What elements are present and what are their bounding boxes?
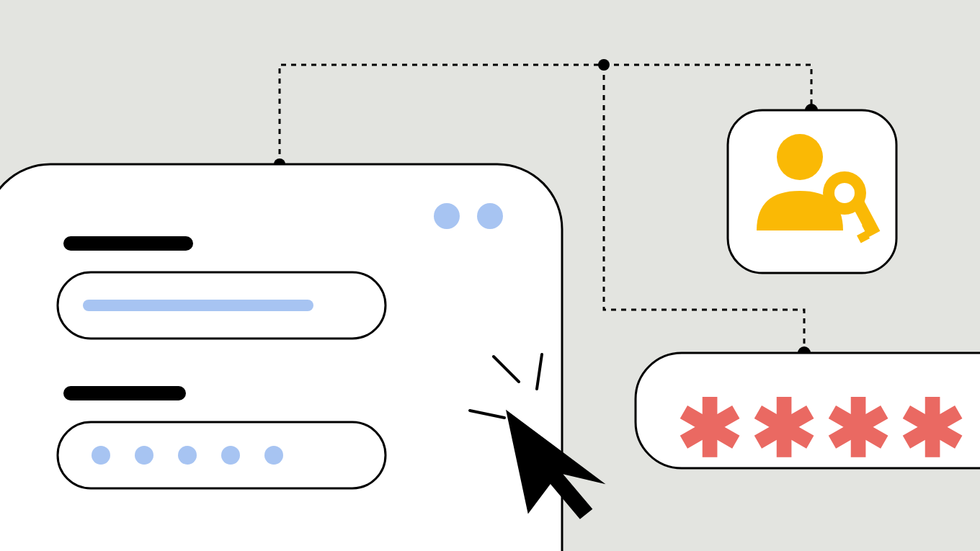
asterisk-icon: ✱ xyxy=(751,384,817,472)
svg-point-8 xyxy=(777,134,823,180)
credential-app-frame xyxy=(728,110,896,273)
window-dot-icon xyxy=(434,203,460,229)
connector-node xyxy=(598,59,610,71)
login-panel-frame xyxy=(0,164,562,551)
svg-point-4 xyxy=(264,446,283,465)
asterisk-icon: ✱ xyxy=(825,384,891,472)
password-preview-pill: ✱ ✱ ✱ ✱ xyxy=(636,353,980,472)
svg-point-2 xyxy=(178,446,197,465)
asterisk-icon: ✱ xyxy=(677,384,743,472)
svg-point-10 xyxy=(834,183,855,203)
svg-point-3 xyxy=(221,446,240,465)
credential-autofill-diagram: ✱ ✱ ✱ ✱ xyxy=(0,0,980,551)
window-dot-icon xyxy=(477,203,503,229)
credential-app-card xyxy=(728,110,896,273)
username-label xyxy=(63,236,193,251)
svg-point-0 xyxy=(92,446,110,465)
svg-point-1 xyxy=(135,446,153,465)
username-value-line xyxy=(83,300,313,311)
asterisk-icon: ✱ xyxy=(899,384,966,472)
login-panel xyxy=(0,164,562,551)
password-label xyxy=(63,386,186,400)
